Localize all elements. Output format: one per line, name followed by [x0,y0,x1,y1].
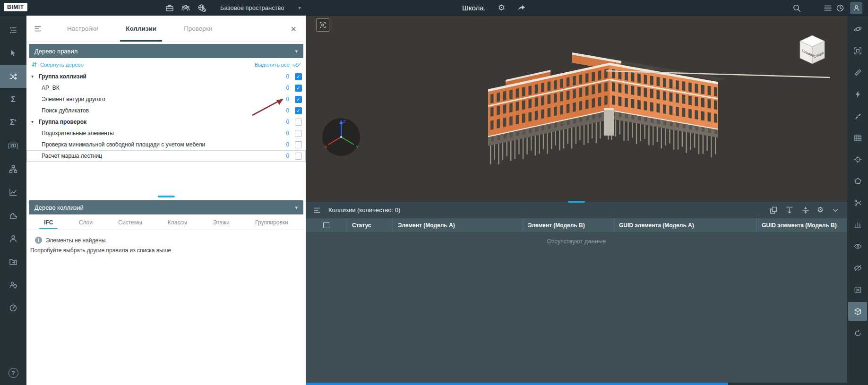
rotate-view-tool[interactable] [848,324,867,342]
right-toolbar [847,16,868,385]
scrollbar-thumb[interactable] [306,383,728,385]
sum-tool[interactable]: Σ [0,88,26,111]
collapse-tree-link[interactable]: Свернуть дерево [31,61,84,68]
workspace-selector[interactable]: Базовое пространство ▾ [220,4,301,11]
empty-title: Элементы не найдены. [46,237,107,244]
menu-list-icon[interactable] [824,4,832,12]
polygon-tool[interactable] [848,171,867,190]
collision-tree-header[interactable]: Дерево коллизий ▾ [29,200,303,214]
collapse-rows-icon[interactable] [801,206,810,214]
rule-checkbox[interactable] [295,85,302,92]
column-header[interactable]: GUID элемента (Модель А) [614,218,757,232]
panel-menu-icon[interactable] [34,25,43,33]
rule-checkbox[interactable] [295,119,302,126]
projects-icon[interactable] [165,4,174,12]
screenshot-icon[interactable] [316,18,329,32]
structure-tool[interactable] [0,157,26,180]
rule-tree-row[interactable]: Элемент внтури другого 0 [26,94,306,105]
profile-tool[interactable] [0,227,26,250]
table-menu-icon[interactable] [313,206,322,214]
viewport-3d[interactable]: Справа Сзади X Y Z [306,16,847,201]
rule-checkbox[interactable] [295,130,302,137]
focus-tool[interactable] [848,150,867,169]
grid-tool[interactable] [848,128,867,147]
rule-tree-row[interactable]: ▾ Группа проверок 0 [26,116,306,128]
rule-tree-row[interactable]: Проверка минимальной свободной площади с… [26,139,306,150]
chart-tool[interactable] [848,215,867,234]
subtab-floors[interactable]: Этажи [210,216,232,229]
rule-checkbox[interactable] [295,153,302,160]
splitter-handle[interactable] [158,196,175,197]
column-header[interactable]: Статус [347,218,393,232]
subtab-classes[interactable]: Классы [165,216,190,229]
chevron-down-icon: ▾ [299,6,301,10]
image-off-icon[interactable] [848,280,867,299]
dashboard-tool[interactable] [0,296,26,319]
rule-checkbox[interactable] [295,73,302,80]
subtab-groupings[interactable]: Группировки [252,216,291,229]
plugins-tool[interactable] [0,204,26,227]
rule-checkbox[interactable] [295,107,302,114]
tab-checks[interactable]: Проверки [181,16,215,42]
hide-eye-icon[interactable] [848,258,867,277]
fit-view-tool[interactable] [848,41,867,60]
axis-y-label: Y [356,145,359,149]
building-model[interactable] [480,43,847,189]
table-settings-gear-icon[interactable]: ⚙ [817,206,824,214]
column-header[interactable]: GUID элемента (Модель B) [757,218,847,232]
history-icon[interactable] [836,4,844,12]
view-2d-tool[interactable]: 2D [0,134,26,157]
axis-gizmo[interactable]: X Y Z [321,117,361,157]
close-panel-icon[interactable]: × [288,24,299,34]
analytics-tool[interactable] [0,180,26,204]
collision-tool[interactable] [0,65,26,88]
chevron-down-icon[interactable]: ▾ [31,120,39,124]
select-all-link[interactable]: Выделить всё [255,61,301,68]
section-tool[interactable] [848,193,867,212]
rule-tree-row[interactable]: АР_ВК 0 [26,82,306,94]
rule-tree-row[interactable]: Расчет марша лестниц 0 [26,150,306,162]
rule-tree-row[interactable]: ▾ Группа коллизий 0 [26,71,306,82]
chevron-down-icon[interactable]: ▾ [31,74,39,79]
chevron-down-icon[interactable] [831,206,840,214]
column-header[interactable]: Элемент (Модель B) [523,218,614,232]
empty-state-message: i Элементы не найдены. Попробуйте выбрат… [30,237,302,254]
rule-count: 0 [284,85,289,91]
export-tool[interactable] [0,250,26,273]
tab-settings[interactable]: Настройки [64,16,101,42]
settings-gear-icon[interactable]: ⚙ [498,4,505,12]
rule-tree-row[interactable]: Подозрительные элементы 0 [26,128,306,139]
share-icon[interactable] [517,4,526,12]
help-button[interactable]: ? [0,368,26,385]
team-icon[interactable] [181,4,190,12]
model-visibility-tool[interactable] [848,302,867,321]
subtab-layers[interactable]: Слои [76,216,95,229]
clash-tool[interactable] [848,85,867,103]
search-icon[interactable] [792,4,801,12]
select-tool[interactable] [0,42,26,65]
tab-collisions[interactable]: Коллизии [123,16,159,42]
panel-tab-bar: Настройки Коллизии Проверки × [26,16,306,42]
subtab-systems[interactable]: Системы [115,216,145,229]
copy-icon[interactable] [769,206,778,214]
navigation-cube[interactable]: Справа Сзади [794,34,830,67]
stairs-tool[interactable] [848,106,867,125]
rule-checkbox[interactable] [295,96,302,103]
rules-tree-header[interactable]: Дерево правил ▾ [29,44,303,58]
splitter-handle[interactable] [568,201,585,203]
rule-checkbox[interactable] [295,141,302,148]
model-tree-tool[interactable] [0,18,26,42]
workspace-globe-icon[interactable] [198,4,206,12]
fit-columns-icon[interactable] [785,206,794,214]
account-avatar[interactable] [850,2,862,14]
subtab-ifc[interactable]: IFC [41,216,56,229]
rules-tree-title: Дерево правил [34,48,77,55]
column-header[interactable]: Элемент (Модель А) [393,218,523,232]
select-all-checkbox[interactable] [323,222,329,228]
measure-tool[interactable] [848,63,867,82]
orbit-tool[interactable] [848,19,867,38]
sum-add-tool[interactable]: Σ+ [0,111,26,134]
show-eye-icon[interactable] [848,237,867,256]
rule-tree-row[interactable]: Поиск дубликатов 0 [26,105,306,116]
users-tool[interactable] [0,273,26,296]
